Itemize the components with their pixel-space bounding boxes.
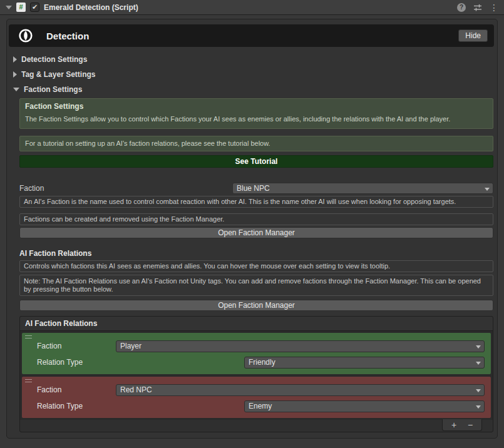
foldout-faction-settings[interactable]: Faction Settings — [9, 82, 494, 97]
drag-handle-icon[interactable] — [25, 335, 32, 340]
hide-button[interactable]: Hide — [458, 29, 488, 42]
detection-eye-icon — [16, 28, 35, 43]
faction-row: Faction Player — [37, 340, 485, 352]
faction-helpbox-1: An AI's Faction is the name used to cont… — [19, 196, 493, 208]
faction-dropdown[interactable]: Red NPC — [116, 384, 485, 396]
faction-label: Faction — [37, 342, 116, 350]
relation-type-dropdown[interactable]: Enemy — [244, 400, 485, 412]
chevron-right-icon — [13, 71, 17, 78]
see-tutorial-button[interactable]: See Tutorial — [19, 155, 493, 168]
tutorial-info-box: For a tutorial on setting up an AI's fac… — [19, 136, 493, 151]
component-title: Emerald Detection (Script) — [44, 3, 453, 12]
detection-title-panel: Detection Hide — [9, 24, 494, 47]
faction-field-label: Faction — [19, 184, 232, 193]
help-icon[interactable]: ? — [457, 3, 466, 12]
relations-list-footer: + − — [20, 420, 493, 432]
faction-row: Faction Red NPC — [37, 384, 485, 396]
relations-list-header[interactable]: AI Faction Relations — [20, 317, 493, 331]
tutorial-info-text: For a tutorial on setting up an AI's fac… — [25, 140, 488, 148]
script-icon: # — [16, 3, 26, 12]
relation-type-dropdown[interactable]: Friendly — [244, 357, 485, 369]
ai-faction-relations-header: AI Faction Relations — [19, 249, 493, 258]
remove-item-button[interactable]: − — [462, 420, 478, 430]
detection-component-body: Detection Hide Detection Settings Tag & … — [6, 19, 498, 439]
ai-faction-relations-list: AI Faction Relations Faction Player Rela… — [19, 316, 493, 432]
add-item-button[interactable]: + — [446, 420, 462, 430]
foldout-tag-layer-settings[interactable]: Tag & Layer Settings — [9, 67, 494, 82]
relations-helpbox-2: Note: The AI Faction Relations use an AI… — [19, 275, 493, 296]
list-item[interactable]: Faction Red NPC Relation Type Enemy — [22, 377, 491, 418]
presets-icon[interactable] — [473, 3, 482, 12]
faction-dropdown[interactable]: Blue NPC — [232, 183, 493, 194]
faction-settings-info-box: Faction Settings The Faction Settings al… — [19, 98, 493, 129]
open-faction-manager-button[interactable]: Open Faction Manager — [19, 227, 493, 238]
faction-dropdown[interactable]: Player — [116, 340, 485, 352]
relation-type-row: Relation Type Friendly — [37, 356, 485, 369]
component-enabled-checkbox[interactable]: ✔ — [30, 3, 39, 12]
component-header: # ✔ Emerald Detection (Script) ? ⋮ — [0, 0, 504, 15]
component-foldout-arrow-icon[interactable] — [6, 6, 12, 9]
drag-handle-icon[interactable] — [25, 379, 32, 384]
open-faction-manager-button-2[interactable]: Open Faction Manager — [19, 300, 493, 311]
faction-helpbox-2: Factions can be created and removed usin… — [19, 213, 493, 225]
list-item[interactable]: Faction Player Relation Type Friendly — [22, 333, 491, 374]
foldout-label: Detection Settings — [21, 55, 87, 64]
foldout-detection-settings[interactable]: Detection Settings — [9, 52, 494, 67]
relation-type-row: Relation Type Enemy — [37, 400, 485, 412]
list-footer-buttons: + − — [442, 419, 482, 431]
faction-field-row: Faction Blue NPC — [19, 183, 493, 194]
foldout-label: Faction Settings — [24, 85, 82, 94]
context-menu-icon[interactable]: ⋮ — [490, 3, 498, 12]
info-box-title: Faction Settings — [25, 102, 488, 111]
relations-helpbox-1: Controls which factions this AI sees as … — [19, 260, 493, 272]
relation-type-label: Relation Type — [37, 402, 244, 410]
relations-list-body: Faction Player Relation Type Friendly Fa… — [20, 331, 493, 420]
foldout-label: Tag & Layer Settings — [21, 70, 95, 79]
chevron-down-icon — [13, 88, 19, 91]
faction-settings-section: Faction Settings The Faction Settings al… — [9, 97, 494, 432]
info-box-body: The Faction Settings allow you to contro… — [25, 115, 488, 123]
detection-panel-title: Detection — [46, 31, 458, 41]
chevron-right-icon — [13, 56, 17, 63]
relation-type-label: Relation Type — [37, 358, 244, 367]
faction-label: Faction — [37, 385, 116, 394]
